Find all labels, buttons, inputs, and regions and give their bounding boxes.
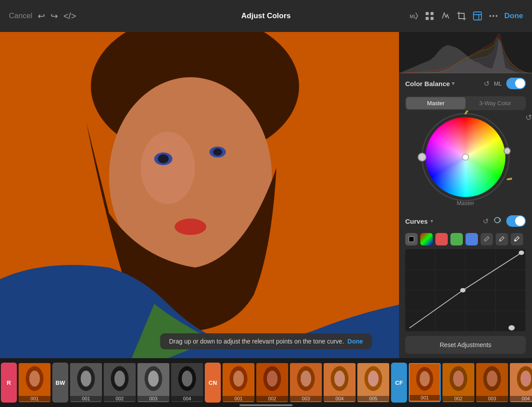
- svg-point-25: [485, 240, 486, 241]
- film-thumb-r-001[interactable]: 001: [19, 363, 51, 402]
- curves-chevron: ▾: [430, 218, 433, 224]
- color-balance-chevron: ▾: [452, 80, 454, 87]
- film-thumb-cn-002[interactable]: 002: [256, 363, 288, 402]
- color-balance-reset[interactable]: ↺: [484, 79, 489, 88]
- curves-reset[interactable]: ↺: [483, 217, 489, 225]
- svg-point-11: [496, 15, 497, 17]
- svg-rect-3: [426, 17, 429, 20]
- tooltip-done-button[interactable]: Done: [348, 338, 363, 345]
- curves-auto-icon: [493, 216, 502, 225]
- svg-point-54: [301, 371, 311, 387]
- film-thumb-bw-001[interactable]: 001: [70, 363, 102, 402]
- eyedropper-gray-icon: [498, 236, 505, 243]
- tooltip-text: Drag up or down to adjust the relevant p…: [169, 338, 344, 345]
- layout-button[interactable]: [473, 11, 482, 21]
- film-thumb-bw-004[interactable]: 004: [171, 363, 203, 402]
- code-button[interactable]: </>: [63, 11, 76, 21]
- curves-graph[interactable]: [405, 249, 526, 332]
- film-thumb-label: 002: [256, 396, 288, 401]
- wheel-center-dot[interactable]: [462, 154, 469, 161]
- wheel-reset-button[interactable]: ↺: [525, 113, 532, 122]
- channel-rgb-button[interactable]: [420, 233, 433, 245]
- svg-point-57: [334, 371, 345, 387]
- top-bar: Cancel ↩ ↪ </> Adjust Colors ML: [0, 0, 532, 32]
- tab-master[interactable]: Master: [406, 97, 466, 109]
- photo-area: [0, 32, 399, 358]
- eyedropper-white-icon: [513, 236, 520, 243]
- grid-button[interactable]: [425, 11, 434, 21]
- svg-point-30: [509, 325, 515, 331]
- film-thumb-label: 001: [70, 396, 102, 401]
- film-group-cf: CF 001 002 003: [390, 363, 532, 403]
- film-strip[interactable]: R 001 BW 001 002: [0, 358, 532, 407]
- cancel-button[interactable]: Cancel: [9, 12, 32, 20]
- more-button[interactable]: [489, 11, 498, 21]
- svg-point-63: [420, 371, 430, 386]
- channel-gray-button[interactable]: [405, 233, 418, 245]
- scroll-indicator: [239, 404, 293, 406]
- film-thumb-cf-004[interactable]: 004: [510, 363, 532, 402]
- curves-toggle[interactable]: [506, 215, 526, 227]
- histogram-chart: [399, 32, 532, 73]
- color-balance-header: Color Balance ▾ ↺ ML: [399, 73, 532, 94]
- reset-adjustments-button[interactable]: Reset Adjustments: [405, 336, 526, 354]
- curves-auto-button[interactable]: [493, 216, 502, 227]
- film-group-r: R 001: [0, 363, 51, 403]
- color-wheel-wrapper[interactable]: [426, 117, 505, 197]
- svg-point-66: [453, 371, 464, 387]
- film-thumb-label: 003: [476, 396, 508, 401]
- svg-point-33: [29, 371, 40, 387]
- film-thumb-cn-001[interactable]: 001: [223, 363, 254, 402]
- svg-point-45: [182, 371, 192, 387]
- pencil-button[interactable]: [441, 11, 450, 21]
- done-button[interactable]: Done: [505, 12, 524, 20]
- color-wheel[interactable]: [426, 117, 505, 197]
- eyedropper-black-button[interactable]: [481, 233, 493, 245]
- curves-left: Curves ▾: [405, 217, 433, 225]
- right-panel: Color Balance ▾ ↺ ML Master 3-Way Color …: [399, 32, 532, 358]
- redo-button[interactable]: ↪: [51, 11, 58, 21]
- auto-ml-icon[interactable]: ML: [409, 11, 419, 21]
- wheel-handle-right[interactable]: [504, 147, 511, 154]
- svg-rect-4: [430, 17, 434, 20]
- tab-3way[interactable]: 3-Way Color: [466, 97, 525, 109]
- svg-point-28: [519, 250, 524, 255]
- crop-button[interactable]: [457, 11, 466, 21]
- film-thumb-cf-001[interactable]: 001: [409, 363, 441, 402]
- film-thumb-bw-003[interactable]: 003: [137, 363, 169, 402]
- photo-background: [0, 32, 399, 358]
- color-balance-title[interactable]: Color Balance ▾: [405, 80, 454, 87]
- film-thumb-cn-005[interactable]: 005: [357, 363, 389, 402]
- undo-button[interactable]: ↩: [38, 11, 45, 21]
- channel-red-button[interactable]: [435, 233, 448, 245]
- film-thumb-label: 001: [223, 396, 254, 401]
- histogram: [399, 32, 532, 73]
- page-title: Adjust Colors: [241, 12, 290, 20]
- curves-header: Curves ▾ ↺: [399, 211, 532, 231]
- eyedropper-gray-button[interactable]: [496, 233, 508, 245]
- film-thumb-label: 003: [137, 396, 169, 401]
- film-label-cn: CN: [205, 363, 221, 403]
- film-thumb-cf-002[interactable]: 002: [442, 363, 474, 402]
- svg-point-27: [515, 240, 516, 241]
- svg-rect-2: [430, 12, 434, 15]
- svg-rect-5: [459, 13, 464, 19]
- svg-rect-6: [473, 12, 481, 20]
- channel-blue-button[interactable]: [466, 233, 478, 245]
- channel-green-button[interactable]: [450, 233, 463, 245]
- svg-point-72: [520, 371, 531, 387]
- film-thumb-label: 005: [357, 396, 389, 401]
- film-thumb-cn-003[interactable]: 003: [290, 363, 322, 402]
- svg-point-20: [213, 148, 222, 155]
- eyedropper-white-button[interactable]: [511, 233, 523, 245]
- top-bar-left: Cancel ↩ ↪ </>: [9, 11, 76, 21]
- film-thumb-cf-003[interactable]: 003: [476, 363, 508, 402]
- svg-point-15: [141, 132, 195, 204]
- film-thumb-label: 004: [324, 396, 356, 401]
- wheel-handle-left[interactable]: [418, 153, 426, 162]
- tooltip: Drag up or down to adjust the relevant p…: [160, 333, 372, 349]
- color-balance-toggle[interactable]: [506, 78, 526, 89]
- film-thumb-bw-002[interactable]: 002: [104, 363, 136, 402]
- curves-title[interactable]: Curves: [405, 217, 428, 225]
- film-thumb-cn-004[interactable]: 004: [324, 363, 356, 402]
